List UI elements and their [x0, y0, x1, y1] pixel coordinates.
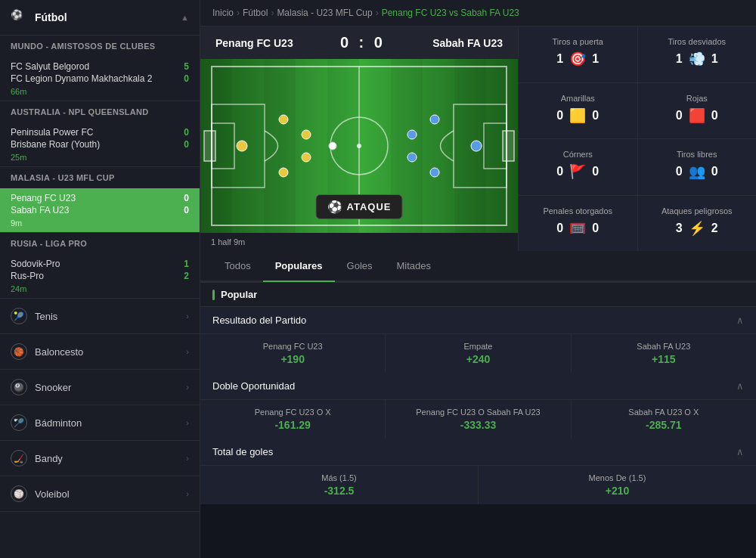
tab-populares[interactable]: Populares	[263, 251, 335, 282]
stat-num-away: 0	[711, 109, 718, 122]
sidebar-item-snooker[interactable]: 🎱 Snooker ›	[0, 370, 200, 405]
stat-icon: 🎯	[569, 51, 586, 67]
chevron-down-icon: ›	[186, 383, 189, 392]
stat-num-away: 1	[711, 52, 718, 66]
stat-values: 0 🟥 0	[650, 107, 745, 124]
home-team-name: Penang FC U23	[215, 37, 293, 49]
odds-label: Penang FC U23	[263, 342, 323, 351]
odds-value: -333.33	[460, 419, 496, 431]
sidebar-chevron-icon: ▲	[181, 13, 189, 22]
svg-point-22	[471, 141, 482, 151]
stat-num-home: 0	[556, 165, 563, 178]
market-total-goles: Total de goles ∧ Más (1.5) -312.5 Menos …	[200, 439, 756, 504]
match-item-active[interactable]: Penang FC U23 0 Sabah FA U23 0 9m	[0, 188, 200, 232]
popular-section-header: Popular	[200, 282, 756, 307]
breadcrumb-league[interactable]: Malasia - U23 MFL Cup	[277, 8, 372, 18]
tab-todos[interactable]: Todos	[212, 251, 263, 282]
svg-point-17	[237, 141, 247, 151]
betting-area: Popular Resultado del Partido ∧ Penang F…	[200, 282, 756, 519]
svg-point-26	[407, 153, 417, 162]
breadcrumb: Inicio › Fútbol › Malasia - U23 MFL Cup …	[200, 0, 756, 26]
chevron-down-icon: ›	[186, 347, 189, 356]
chevron-down-icon: ›	[186, 418, 189, 427]
odds-cell[interactable]: Empate +240	[386, 334, 570, 373]
stat-tiros-desviados: Tiros desviados 1 💨 1	[638, 26, 757, 82]
svg-rect-15	[503, 131, 514, 161]
breadcrumb-futbol[interactable]: Fútbol	[243, 8, 268, 18]
sidebar-futbol-header[interactable]: ⚽ Fútbol ▲	[0, 0, 200, 36]
stat-title: Amarillas	[531, 94, 625, 103]
score-val: 0	[184, 139, 189, 150]
odds-value: +190	[280, 353, 305, 365]
svg-point-16	[329, 142, 336, 150]
tab-mitades[interactable]: Mitades	[385, 251, 444, 282]
odds-cell[interactable]: Sabah FA U23 +115	[572, 334, 756, 373]
match-item[interactable]: Sodovik-Pro 1 Rus-Pro 2 24m	[0, 254, 200, 298]
tabs-bar: Todos Populares Goles Mitades	[200, 251, 756, 282]
market-resultado: Resultado del Partido ∧ Penang FC U23 +1…	[200, 307, 756, 373]
field-visualization: ⚽ ATAQUE	[200, 59, 518, 233]
team-name: Penang FC U23	[11, 193, 76, 203]
league-section-mundo: Mundo - Amistosos de Clubes FC Salyut Be…	[0, 36, 200, 101]
stat-num-home: 0	[676, 109, 683, 122]
team-row: Sabah FA U23 0	[11, 205, 189, 215]
tab-goles[interactable]: Goles	[335, 251, 385, 282]
stat-title: Tiros a puerta	[531, 37, 625, 46]
sidebar-item-bandy[interactable]: 🏒 Bandy ›	[0, 441, 200, 476]
stat-values: 1 🎯 1	[531, 51, 625, 67]
stat-tiros-puerta: Tiros a puerta 1 🎯 1	[519, 26, 637, 82]
league-title-australia: Australia - NPL Queensland	[0, 101, 200, 122]
stat-values: 0 🟨 0	[531, 107, 625, 124]
odds-label: Más (1.5)	[321, 473, 356, 482]
league-section-australia: Australia - NPL Queensland Peninsula Pow…	[0, 101, 200, 167]
sidebar-item-badminton[interactable]: 🏸 Bádminton ›	[0, 405, 200, 441]
odds-cell[interactable]: Menos De (1.5) +210	[479, 466, 756, 504]
stat-title: Tiros desviados	[650, 37, 745, 46]
stat-title: Córners	[531, 150, 625, 159]
chevron-up-icon: ∧	[736, 315, 744, 326]
odds-cell[interactable]: Penang FC U23 +190	[200, 334, 385, 373]
sidebar-item-tenis[interactable]: 🎾 Tenis ›	[0, 299, 200, 334]
sidebar-item-baloncesto[interactable]: 🏀 Baloncesto ›	[0, 334, 200, 370]
sidebar-item-voleibol[interactable]: 🏐 Voleibol ›	[0, 476, 200, 512]
stat-icon: 🚩	[569, 163, 586, 180]
main-content: Inicio › Fútbol › Malasia - U23 MFL Cup …	[200, 0, 756, 558]
market-header-resultado[interactable]: Resultado del Partido ∧	[200, 307, 756, 334]
team-row: Peninsula Power FC 0	[11, 127, 189, 138]
odds-label: Menos De (1.5)	[589, 473, 646, 482]
stat-num-away: 0	[592, 165, 599, 178]
market-header-doble[interactable]: Doble Oportunidad ∧	[200, 373, 756, 400]
svg-point-21	[302, 153, 311, 162]
team-row: FC Salyut Belgorod 5	[11, 61, 189, 72]
team-row: FC Legion Dynamo Makhachkala 2 0	[11, 73, 189, 84]
sidebar-item-label: Bandy	[35, 453, 186, 464]
match-item[interactable]: Peninsula Power FC 0 Brisbane Roar (Yout…	[0, 122, 200, 166]
stat-num-away: 2	[711, 222, 718, 235]
voleibol-icon: 🏐	[11, 485, 27, 502]
away-team-name: Sabah FA U23	[432, 37, 503, 49]
stat-icon: 🥅	[569, 220, 586, 237]
breadcrumb-inicio[interactable]: Inicio	[212, 8, 234, 18]
odds-cell[interactable]: Más (1.5) -312.5	[200, 466, 478, 504]
popular-section-label: Popular	[221, 289, 257, 300]
sidebar-item-label: Baloncesto	[35, 346, 186, 358]
odds-cell[interactable]: Penang FC U23 O Sabah FA U23 -333.33	[386, 400, 570, 439]
stat-rojas: Rojas 0 🟥 0	[638, 83, 757, 139]
odds-label: Empate	[464, 342, 493, 351]
sidebar-item-label: Snooker	[35, 382, 186, 393]
odds-cell[interactable]: Penang FC U23 O X -161.29	[200, 400, 385, 439]
chevron-up-icon: ∧	[736, 380, 744, 392]
odds-cell[interactable]: Sabah FA U23 O X -285.71	[572, 400, 756, 439]
tenis-icon: 🎾	[11, 308, 27, 324]
score-val: 1	[184, 259, 189, 269]
odds-value: -161.29	[274, 419, 310, 431]
odds-row-resultado: Penang FC U23 +190 Empate +240 Sabah FA …	[200, 334, 756, 373]
sidebar-item-label: Bádminton	[35, 417, 186, 429]
team-name: Brisbane Roar (Youth)	[11, 139, 100, 150]
match-item[interactable]: FC Salyut Belgorod 5 FC Legion Dynamo Ma…	[0, 57, 200, 101]
market-title: Total de goles	[212, 446, 273, 457]
svg-point-25	[407, 130, 417, 139]
market-header-goles[interactable]: Total de goles ∧	[200, 439, 756, 466]
stat-num-home: 3	[676, 222, 683, 235]
market-title: Resultado del Partido	[212, 315, 306, 326]
